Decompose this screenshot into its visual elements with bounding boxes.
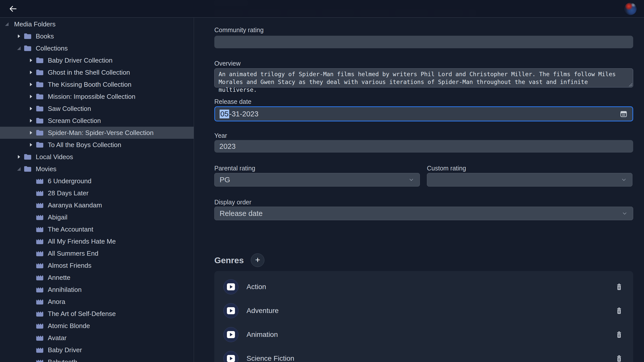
movie-play-icon	[227, 355, 235, 362]
tree-item-abigail[interactable]: Abigail	[0, 211, 194, 223]
triangle-glyph	[30, 95, 32, 98]
movie-icon	[36, 274, 44, 281]
triangle-glyph	[18, 34, 20, 38]
collapse-arrow-icon[interactable]	[3, 22, 11, 26]
genre-name: Adventure	[247, 307, 279, 315]
tree-item-baby-driver-collection[interactable]: Baby Driver Collection	[0, 54, 194, 66]
expand-arrow-icon[interactable]	[15, 155, 23, 159]
movie-icon	[36, 334, 44, 341]
tree-item-annette[interactable]: Annette	[0, 272, 194, 284]
expand-arrow-icon[interactable]	[27, 83, 35, 86]
genre-name: Science Fiction	[247, 354, 294, 362]
expand-arrow-icon[interactable]	[27, 107, 35, 110]
tree-item-all-summers-end[interactable]: All Summers End	[0, 247, 194, 259]
tree-item-books[interactable]: Books	[0, 30, 194, 42]
tree-item-collections[interactable]: Collections	[0, 42, 194, 54]
tree-item-the-art-of-self-defense[interactable]: The Art of Self-Defense	[0, 308, 194, 320]
tree-item-label: Abigail	[48, 213, 67, 221]
expand-arrow-icon[interactable]	[27, 119, 35, 122]
movie-icon	[36, 358, 44, 362]
tree-item-mission-impossible-collection[interactable]: Mission: Impossible Collection	[0, 90, 194, 103]
delete-genre-button[interactable]	[616, 331, 622, 338]
tree-item-spider-man-spider-verse-collection[interactable]: Spider-Man: Spider-Verse Collection	[0, 127, 194, 139]
custom-rating-select[interactable]	[427, 173, 632, 187]
tree-item-almost-friends[interactable]: Almost Friends	[0, 259, 194, 272]
movie-icon	[36, 238, 44, 245]
tree-item-label: Annette	[48, 274, 70, 282]
tree-item-label: Collections	[36, 44, 68, 52]
add-genre-button[interactable]: +	[251, 253, 264, 267]
folder-icon	[36, 129, 44, 136]
tree-item-to-all-the-boys-collection[interactable]: To All the Boys Collection	[0, 139, 194, 151]
tree-item-anora[interactable]: Anora	[0, 296, 194, 308]
tree-item-atomic-blonde[interactable]: Atomic Blonde	[0, 320, 194, 332]
delete-genre-button[interactable]	[616, 283, 622, 290]
triangle-glyph	[30, 143, 32, 147]
tree-item-movies[interactable]: Movies	[0, 163, 194, 175]
movie-icon	[36, 286, 44, 293]
custom-rating-label: Custom rating	[427, 165, 466, 172]
collapse-arrow-icon[interactable]	[15, 167, 23, 171]
tree-item-6-underground[interactable]: 6 Underground	[0, 175, 194, 187]
release-date-label: Release date	[214, 98, 251, 105]
expand-arrow-icon[interactable]	[27, 59, 35, 62]
triangle-glyph	[5, 22, 9, 26]
user-avatar[interactable]	[624, 2, 637, 15]
calendar-icon[interactable]	[619, 110, 628, 118]
community-rating-input[interactable]	[214, 36, 633, 48]
folder-icon	[24, 153, 32, 160]
tree-item-the-kissing-booth-collection[interactable]: The Kissing Booth Collection	[0, 78, 194, 90]
genre-row-science-fiction[interactable]: Science Fiction	[214, 346, 633, 362]
expand-arrow-icon[interactable]	[15, 34, 23, 38]
year-input[interactable]: 2023	[214, 140, 633, 153]
metadata-editor: Community rating Overview An animated tr…	[194, 0, 644, 362]
tree-item-annihilation[interactable]: Annihilation	[0, 284, 194, 296]
tree-item-scream-collection[interactable]: Scream Collection	[0, 115, 194, 127]
movie-play-icon	[227, 331, 235, 338]
tree-item-28-days-later[interactable]: 28 Days Later	[0, 187, 194, 199]
expand-arrow-icon[interactable]	[27, 131, 35, 134]
movie-play-icon	[227, 283, 235, 290]
triangle-glyph	[30, 107, 32, 110]
movie-icon	[36, 250, 44, 257]
tree-item-avatar[interactable]: Avatar	[0, 332, 194, 344]
tree-item-label: Spider-Man: Spider-Verse Collection	[48, 129, 154, 137]
tree-item-aaranya-kaandam[interactable]: Aaranya Kaandam	[0, 199, 194, 211]
resize-grip[interactable]	[629, 83, 632, 86]
delete-genre-button[interactable]	[616, 307, 622, 314]
overview-textarea[interactable]: An animated trilogy of Spider-Man films …	[214, 68, 633, 87]
genres-header: Genres +	[214, 253, 264, 267]
genre-row-action[interactable]: Action	[214, 275, 633, 299]
year-label: Year	[214, 132, 227, 139]
chevron-down-icon	[408, 176, 415, 183]
trash-icon	[616, 331, 622, 338]
back-button[interactable]	[7, 3, 19, 15]
tree-item-the-accountant[interactable]: The Accountant	[0, 223, 194, 235]
genre-row-adventure[interactable]: Adventure	[214, 299, 633, 323]
movie-icon	[36, 310, 44, 317]
tree-item-local-videos[interactable]: Local Videos	[0, 151, 194, 163]
tree-item-label: Media Folders	[14, 20, 56, 28]
expand-arrow-icon[interactable]	[27, 143, 35, 147]
tree-item-label: Atomic Blonde	[48, 322, 90, 330]
tree-item-baby-driver[interactable]: Baby Driver	[0, 344, 194, 356]
genre-row-animation[interactable]: Animation	[214, 323, 633, 346]
tree-item-label: All Summers End	[48, 250, 98, 257]
tree-item-media-folders[interactable]: Media Folders	[0, 18, 194, 30]
tree-item-label: To All the Boys Collection	[48, 141, 121, 149]
delete-genre-button[interactable]	[616, 355, 622, 362]
tree-item-all-my-friends-hate-me[interactable]: All My Friends Hate Me	[0, 235, 194, 247]
display-order-select[interactable]: Release date	[214, 207, 633, 220]
date-rest-segment: -31-2023	[229, 110, 258, 118]
release-date-input[interactable]: 05-31-2023	[214, 106, 633, 121]
folder-icon	[24, 165, 32, 172]
genre-avatar	[223, 303, 238, 318]
expand-arrow-icon[interactable]	[27, 95, 35, 98]
tree-item-saw-collection[interactable]: Saw Collection	[0, 103, 194, 115]
tree-item-babyteeth[interactable]: Babyteeth	[0, 356, 194, 362]
tree-item-label: Aaranya Kaandam	[48, 201, 102, 209]
collapse-arrow-icon[interactable]	[15, 47, 23, 50]
tree-item-ghost-in-the-shell-collection[interactable]: Ghost in the Shell Collection	[0, 66, 194, 78]
expand-arrow-icon[interactable]	[27, 71, 35, 74]
parental-rating-select[interactable]: PG	[214, 173, 420, 187]
